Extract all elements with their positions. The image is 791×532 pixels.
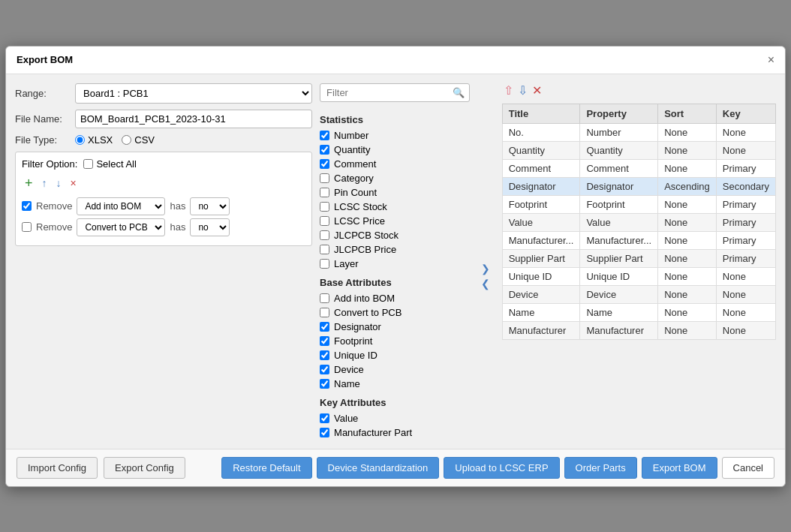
add-filter-button[interactable]: + <box>22 174 36 193</box>
table-down-icon-button[interactable]: ⇩ <box>518 83 528 98</box>
device-standardization-button[interactable]: Device Standardization <box>317 457 440 479</box>
check-lcscprice-box[interactable] <box>320 216 329 226</box>
table-row[interactable]: CommentCommentNonePrimary <box>502 159 775 177</box>
xlsx-radio[interactable] <box>75 135 85 145</box>
check-footprint-box[interactable] <box>320 336 329 346</box>
check-manufacturerpart: Manufacturer Part <box>320 425 470 440</box>
check-category-box[interactable] <box>320 173 329 183</box>
filter-header: Filter Option: Select All <box>22 158 305 170</box>
check-device: Device <box>320 362 470 377</box>
check-addintobom-box[interactable] <box>320 293 329 303</box>
table-row[interactable]: Unique IDUnique IDNoneNone <box>502 267 775 285</box>
table-row[interactable]: FootprintFootprintNonePrimary <box>502 195 775 213</box>
left-panel: Range: Board1 : PCB1 File Name: File Typ… <box>15 83 312 440</box>
check-quantity-box[interactable] <box>320 145 329 155</box>
upload-lcsc-button[interactable]: Upload to LCSC ERP <box>444 457 559 479</box>
filter-remove-button[interactable]: × <box>68 174 80 193</box>
filter-icon-row: + ↑ ↓ × <box>22 174 305 193</box>
table-up-icon-button[interactable]: ⇧ <box>504 83 513 98</box>
arrow-left-button[interactable]: ❮ <box>481 278 490 290</box>
csv-radio-label[interactable]: CSV <box>122 134 155 146</box>
check-comment: Comment <box>320 157 470 171</box>
import-config-button[interactable]: Import Config <box>17 457 98 479</box>
check-manufacturerpart-box[interactable] <box>320 428 329 437</box>
check-pincount-box[interactable] <box>320 188 329 197</box>
filter-row-2-type[interactable]: Convert to PCB Add into BOM <box>77 218 165 236</box>
middle-panel: 🔍 Statistics Number Quantity Comment Cat… <box>320 83 470 440</box>
table-delete-icon-button[interactable]: ✕ <box>532 83 542 98</box>
check-value: Value <box>320 411 470 425</box>
check-converttoPCB: Convert to PCB <box>320 305 470 320</box>
dialog-title: Export BOM <box>17 54 73 65</box>
footer-right-buttons: Restore Default Device Standardization U… <box>221 457 774 479</box>
check-jlcpcbprice: JLCPCB Price <box>320 242 470 257</box>
table-row[interactable]: Supplier PartSupplier PartNonePrimary <box>502 249 775 267</box>
table-row-highlight[interactable]: DesignatorDesignatorAscendingSecondary <box>502 177 775 195</box>
table-row[interactable]: Manufacturer...Manufacturer...NonePrimar… <box>502 231 775 249</box>
check-jlcpcbstock-box[interactable] <box>320 230 329 240</box>
filename-row: File Name: <box>15 110 312 128</box>
order-parts-button[interactable]: Order Parts <box>564 457 637 479</box>
xlsx-label: XLSX <box>88 134 113 146</box>
csv-label: CSV <box>134 134 155 146</box>
export-bom-button[interactable]: Export BOM <box>642 457 717 479</box>
check-number-box[interactable] <box>320 131 329 140</box>
check-category: Category <box>320 171 470 185</box>
filter-row-2-remove: Remove <box>36 221 72 233</box>
check-comment-box[interactable] <box>320 159 329 169</box>
restore-default-button[interactable]: Restore Default <box>221 457 311 479</box>
filter-down-button[interactable]: ↓ <box>53 174 65 193</box>
table-row[interactable]: NameNameNoneNone <box>502 303 775 321</box>
select-all-checkbox[interactable] <box>83 159 93 169</box>
close-button[interactable]: × <box>768 54 774 66</box>
check-uniqueid-box[interactable] <box>320 350 329 360</box>
footer: Import Config Export Config Restore Defa… <box>6 449 785 486</box>
check-jlcpcbprice-box[interactable] <box>320 245 329 254</box>
filename-input[interactable] <box>75 110 312 128</box>
col-key: Key <box>716 104 775 123</box>
key-attributes-section-title: Key Attributes <box>320 397 470 408</box>
filter-row-2-checkbox[interactable] <box>22 222 32 232</box>
check-lcscprice: LCSC Price <box>320 214 470 228</box>
cancel-button[interactable]: Cancel <box>722 457 774 479</box>
check-footprint: Footprint <box>320 334 470 348</box>
arrow-column: ❯ ❮ <box>477 83 495 440</box>
check-designator: Designator <box>320 320 470 334</box>
check-device-box[interactable] <box>320 365 329 374</box>
filter-row-1-value[interactable]: no yes <box>190 197 230 215</box>
filter-up-button[interactable]: ↑ <box>39 174 50 193</box>
check-value-box[interactable] <box>320 413 329 423</box>
check-converttopcb-box[interactable] <box>320 308 329 317</box>
filter-row-1-type[interactable]: Add into BOM Convert to PCB <box>77 197 165 215</box>
filter-row-2-value[interactable]: no yes <box>190 218 230 236</box>
arrow-right-button[interactable]: ❯ <box>481 263 490 275</box>
filter-row-2: Remove Convert to PCB Add into BOM has n… <box>22 218 305 236</box>
check-designator-box[interactable] <box>320 322 329 332</box>
table-row[interactable]: No.NumberNoneNone <box>502 123 775 141</box>
table-row[interactable]: ManufacturerManufacturerNoneNone <box>502 321 775 339</box>
statistics-section-title: Statistics <box>320 114 470 125</box>
check-layer-box[interactable] <box>320 259 329 269</box>
table-row[interactable]: ValueValueNonePrimary <box>502 213 775 231</box>
filter-row-1-checkbox[interactable] <box>22 201 32 211</box>
table-row[interactable]: QuantityQuantityNoneNone <box>502 141 775 159</box>
export-config-button[interactable]: Export Config <box>104 457 185 479</box>
table-top-icons: ⇧ ⇩ ✕ <box>502 83 776 98</box>
check-pincount: Pin Count <box>320 185 470 200</box>
filter-row-1-has: has <box>170 200 185 212</box>
col-title: Title <box>502 104 580 123</box>
checklist: Statistics Number Quantity Comment Categ… <box>320 108 470 440</box>
table-row[interactable]: DeviceDeviceNoneNone <box>502 285 775 303</box>
title-bar: Export BOM × <box>6 47 785 74</box>
csv-radio[interactable] <box>122 135 131 145</box>
check-name-box[interactable] <box>320 379 329 389</box>
check-addintobom: Add into BOM <box>320 291 470 305</box>
range-select[interactable]: Board1 : PCB1 <box>75 83 312 104</box>
select-all-label[interactable]: Select All <box>83 158 136 170</box>
check-lcscstock-box[interactable] <box>320 202 329 212</box>
range-row: Range: Board1 : PCB1 <box>15 83 312 104</box>
base-attributes-section-title: Base Attributes <box>320 277 470 288</box>
filter-row-2-has: has <box>170 221 185 233</box>
search-input[interactable] <box>326 87 453 98</box>
xlsx-radio-label[interactable]: XLSX <box>75 134 113 146</box>
